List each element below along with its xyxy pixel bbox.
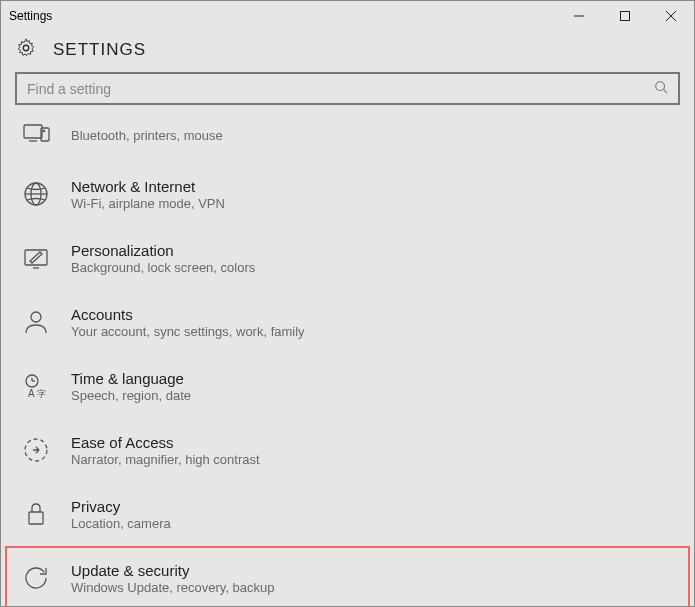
settings-list: Bluetooth, printers, mouse Network & Int… [1, 113, 694, 607]
category-subtitle: Background, lock screen, colors [71, 260, 255, 275]
category-subtitle: Windows Update, recovery, backup [71, 580, 275, 595]
maximize-button[interactable] [602, 1, 648, 31]
category-network[interactable]: Network & Internet Wi-Fi, airplane mode,… [5, 162, 690, 226]
header: SETTINGS [1, 31, 694, 72]
category-subtitle: Bluetooth, printers, mouse [71, 128, 223, 143]
svg-point-4 [23, 45, 29, 51]
svg-text:A: A [28, 388, 35, 399]
category-subtitle: Narrator, magnifier, high contrast [71, 452, 260, 467]
lock-icon [19, 497, 53, 531]
window-title: Settings [9, 9, 52, 23]
category-update-security[interactable]: Update & security Windows Update, recove… [5, 546, 690, 607]
search-icon [654, 80, 668, 97]
window-controls [556, 1, 694, 31]
page-title: SETTINGS [53, 40, 146, 60]
gear-icon [15, 37, 37, 62]
category-personalization[interactable]: Personalization Background, lock screen,… [5, 226, 690, 290]
category-accounts[interactable]: Accounts Your account, sync settings, wo… [5, 290, 690, 354]
category-subtitle: Your account, sync settings, work, famil… [71, 324, 305, 339]
time-language-icon: A字 [19, 369, 53, 403]
titlebar: Settings [1, 1, 694, 31]
svg-point-5 [656, 82, 665, 91]
category-subtitle: Location, camera [71, 516, 171, 531]
search-box[interactable] [15, 72, 680, 105]
close-button[interactable] [648, 1, 694, 31]
category-time-language[interactable]: A字 Time & language Speech, region, date [5, 354, 690, 418]
category-subtitle: Speech, region, date [71, 388, 191, 403]
category-title: Ease of Access [71, 434, 260, 451]
search-input[interactable] [27, 81, 654, 97]
svg-rect-1 [621, 12, 630, 21]
category-privacy[interactable]: Privacy Location, camera [5, 482, 690, 546]
ease-of-access-icon [19, 433, 53, 467]
update-icon [19, 561, 53, 595]
category-title: Time & language [71, 370, 191, 387]
person-icon [19, 305, 53, 339]
category-title: Accounts [71, 306, 305, 323]
svg-line-6 [664, 90, 668, 94]
devices-icon [19, 117, 53, 151]
category-title: Personalization [71, 242, 255, 259]
svg-rect-23 [29, 512, 43, 524]
category-ease-of-access[interactable]: Ease of Access Narrator, magnifier, high… [5, 418, 690, 482]
svg-rect-14 [25, 250, 47, 265]
personalize-icon [19, 241, 53, 275]
minimize-button[interactable] [556, 1, 602, 31]
svg-rect-7 [24, 125, 42, 138]
category-title: Network & Internet [71, 178, 225, 195]
category-devices[interactable]: Bluetooth, printers, mouse [5, 113, 690, 162]
svg-point-9 [43, 130, 44, 131]
category-subtitle: Wi-Fi, airplane mode, VPN [71, 196, 225, 211]
category-title: Privacy [71, 498, 171, 515]
category-title: Update & security [71, 562, 275, 579]
svg-point-16 [31, 312, 41, 322]
svg-text:字: 字 [37, 389, 46, 399]
globe-icon [19, 177, 53, 211]
